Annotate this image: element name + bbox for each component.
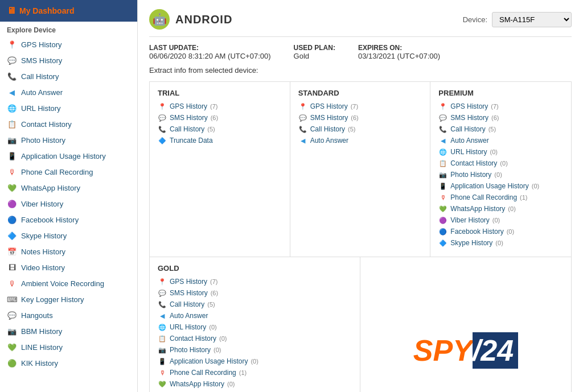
plan-item-count: (0): [494, 171, 502, 178]
slash-text: /: [473, 334, 481, 367]
sidebar-item-phone-call-rec[interactable]: 🎙Phone Call Recording: [0, 164, 137, 180]
plan-item-count: (1): [520, 194, 527, 201]
sidebar-item-sms-history[interactable]: 💬SMS History: [0, 52, 137, 68]
sidebar-item-bbm-history[interactable]: 📷BBM History: [0, 323, 137, 339]
plan-icon: 📋: [438, 159, 447, 168]
plan-icon: 💚: [438, 204, 447, 213]
plan-item-label: GPS History: [310, 102, 348, 110]
bottom-row: GOLD 📍GPS History(7)💬SMS History(6)📞Call…: [149, 257, 572, 392]
sidebar-label-photo-history: Photo History: [21, 136, 65, 145]
sidebar-item-url-history[interactable]: 🌐URL History: [0, 100, 137, 116]
plan-item-count: (0): [495, 240, 503, 246]
sidebar-label-viber-history: Viber History: [21, 200, 63, 208]
plan-item[interactable]: 📍GPS History(7): [158, 277, 352, 286]
plan-item[interactable]: 📍GPS History(7): [158, 102, 282, 111]
plan-item-label: SMS History: [170, 114, 208, 122]
plan-item[interactable]: 💚WhatsApp History(0): [438, 204, 563, 213]
plan-icon: 📍: [158, 102, 167, 111]
plan-item[interactable]: 📋Contact History(0): [158, 334, 352, 343]
plan-item-count: (0): [507, 228, 514, 235]
sidebar-item-viber-history[interactable]: 🟣Viber History: [0, 196, 137, 212]
sidebar-label-ambient-voice: Ambient Voice Recording: [21, 279, 104, 288]
plan-icon: 📷: [158, 345, 167, 354]
logo-slash-num: /24: [473, 332, 518, 369]
sidebar-label-hangouts: Hangouts: [21, 311, 53, 320]
sidebar-item-facebook-history[interactable]: 🔵Facebook History: [0, 212, 137, 228]
sidebar-item-line-history[interactable]: 💚LINE History: [0, 339, 137, 355]
sidebar-item-kik-history[interactable]: 🟢KIK History: [0, 355, 137, 371]
info-row: LAST UPDATE: 06/06/2020 8:31:20 AM (UTC+…: [149, 44, 572, 60]
plan-item-label: Call History: [310, 125, 345, 133]
plan-item[interactable]: 💬SMS History(6): [158, 113, 282, 122]
sidebar-item-skype-history[interactable]: 🔷Skype History: [0, 228, 137, 244]
plan-item[interactable]: 💬SMS History(6): [438, 113, 563, 122]
plan-item[interactable]: 🎙Phone Call Recording(1): [158, 368, 352, 377]
device-header: 🤖 ANDROID Device: SM-A115F: [149, 9, 572, 37]
plan-item[interactable]: 📞Call History(5): [158, 300, 352, 309]
device-selector: Device: SM-A115F: [463, 12, 572, 27]
sidebar-header[interactable]: 🖥 My Dashboard: [0, 0, 137, 22]
plan-item[interactable]: 🎙Phone Call Recording(1): [438, 193, 563, 202]
plan-item[interactable]: 📞Call History(5): [158, 125, 282, 134]
sidebar-item-video-history[interactable]: 🎞Video History: [0, 259, 137, 275]
sidebar-item-auto-answer[interactable]: ◀Auto Answer: [0, 84, 137, 100]
plan-item-label: Phone Call Recording: [450, 193, 517, 201]
sidebar-item-notes-history[interactable]: 📅Notes History: [0, 244, 137, 259]
plan-icon: 🔷: [438, 238, 447, 247]
plan-item-label: GPS History: [170, 278, 207, 286]
sidebar-item-key-logger[interactable]: ⌨Key Logger History: [0, 291, 137, 307]
sidebar-item-call-history[interactable]: 📞Call History: [0, 68, 137, 84]
dashboard-link[interactable]: My Dashboard: [19, 6, 74, 15]
plan-item[interactable]: 📞Call History(5): [438, 125, 563, 134]
plan-item[interactable]: 🔷Truncate Data: [158, 136, 282, 145]
plan-item-label: Skype History: [450, 239, 492, 247]
plan-item[interactable]: ◀Auto Answer: [158, 311, 352, 320]
sidebar-item-contact-history[interactable]: 📋Contact History: [0, 116, 137, 132]
sidebar-item-ambient-voice[interactable]: 🎙Ambient Voice Recording: [0, 275, 137, 291]
plan-item[interactable]: 📍GPS History(7): [298, 102, 422, 111]
sidebar-label-url-history: URL History: [21, 104, 61, 113]
sidebar-item-app-usage[interactable]: 📱Application Usage History: [0, 148, 137, 164]
sidebar-item-gps-history[interactable]: 📍GPS History: [0, 36, 137, 52]
plan-item[interactable]: 📷Photo History(0): [158, 345, 352, 354]
expires-value: 03/13/2021 (UTC+07:00): [358, 52, 440, 60]
device-dropdown[interactable]: SM-A115F: [492, 12, 572, 27]
plan-item-label: Photo History: [170, 346, 211, 354]
plan-item[interactable]: ◀Auto Answer: [298, 136, 422, 145]
plan-item-count: (7): [210, 278, 217, 285]
sidebar-icon-gps-history: 📍: [7, 39, 17, 49]
plan-icon: 📞: [158, 300, 167, 309]
used-plan-label: USED PLAN:: [294, 44, 335, 52]
plan-item[interactable]: 🌐URL History(0): [438, 147, 563, 156]
plan-item[interactable]: 💬SMS History(6): [298, 113, 422, 122]
sidebar-item-hangouts[interactable]: 💬Hangouts: [0, 307, 137, 323]
plan-item-count: (0): [219, 335, 227, 342]
extract-label: Extract info from selected device:: [149, 66, 572, 75]
plan-icon: 💬: [438, 113, 447, 122]
plan-item[interactable]: 🟣Viber History(0): [438, 216, 563, 225]
device-title: 🤖 ANDROID: [149, 9, 232, 30]
plan-item[interactable]: 📋Contact History(0): [438, 159, 563, 168]
plan-item[interactable]: 💬SMS History(6): [158, 288, 352, 298]
plan-item[interactable]: 💚WhatsApp History(0): [158, 379, 352, 389]
sidebar-item-photo-history[interactable]: 📷Photo History: [0, 132, 137, 148]
plan-item-label: SMS History: [310, 114, 348, 122]
plan-item[interactable]: ◀Auto Answer: [438, 136, 563, 145]
plan-item[interactable]: 📱Application Usage History(0): [438, 181, 563, 191]
plan-icon: 🌐: [438, 147, 447, 156]
expires-block: EXPIRES ON: 03/13/2021 (UTC+07:00): [358, 44, 440, 60]
plan-item[interactable]: 📱Application Usage History(0): [158, 357, 352, 366]
sidebar-item-whatsapp-history[interactable]: 💚WhatsApp History: [0, 180, 137, 196]
sidebar-label-bbm-history: BBM History: [21, 327, 62, 336]
plan-item[interactable]: 🔷Skype History(0): [438, 238, 563, 247]
sidebar-icon-skype-history: 🔷: [7, 230, 17, 241]
plan-item-count: (7): [351, 103, 358, 110]
plan-item[interactable]: 🔵Facebook History(0): [438, 227, 563, 236]
plan-item[interactable]: 📞Call History(5): [298, 125, 422, 134]
plan-item[interactable]: 📍GPS History(7): [438, 102, 563, 111]
sidebar-label-notes-history: Notes History: [21, 247, 65, 256]
standard-title: STANDARD: [298, 89, 422, 97]
plan-item-count: (5): [348, 126, 355, 133]
plan-item[interactable]: 📷Photo History(0): [438, 170, 563, 179]
plan-item[interactable]: 🌐URL History(0): [158, 323, 352, 332]
